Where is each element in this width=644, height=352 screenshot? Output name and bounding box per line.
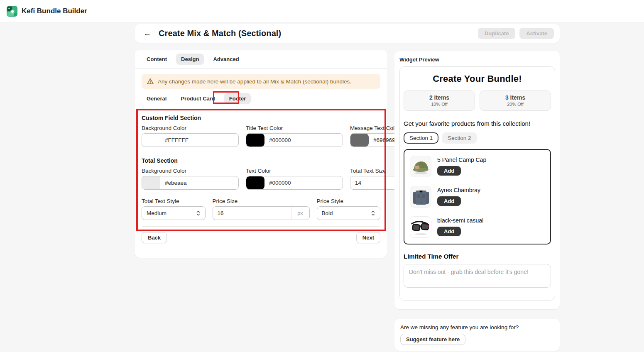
bundle-tiers: 2 Items 10% Off 3 Items 20% Off: [404, 90, 551, 111]
product-row-chambray: Ayres Chambray Add: [410, 186, 545, 208]
color-swatch[interactable]: [246, 176, 264, 189]
subtab-footer[interactable]: Footer: [224, 93, 251, 104]
color-swatch[interactable]: [350, 134, 369, 147]
editor-tabs: Content Design Advanced: [135, 50, 387, 69]
field-label: Background Color: [142, 125, 239, 131]
tier-items-label: 2 Items: [404, 94, 475, 101]
field-label: Text Color: [246, 168, 343, 174]
total-text-style-select[interactable]: Medium: [142, 206, 206, 220]
field-total-bg-color: Background Color: [142, 168, 239, 190]
section-1-tab[interactable]: Section 1: [404, 132, 438, 144]
add-button[interactable]: Add: [437, 166, 461, 176]
wizard-nav: Back Next: [135, 227, 387, 243]
field-total-text-color: Text Color: [246, 168, 343, 190]
duplicate-button[interactable]: Duplicate: [478, 28, 516, 39]
color-swatch[interactable]: [142, 134, 160, 147]
title-text-color-input[interactable]: [246, 133, 343, 147]
size-value-field[interactable]: [213, 210, 291, 216]
field-label: Price Size: [213, 198, 310, 204]
price-size-input[interactable]: px: [213, 206, 310, 220]
footer-settings-form: Custom Field Section Background Color Ti…: [135, 115, 387, 227]
select-value: Medium: [147, 210, 167, 216]
add-button[interactable]: Add: [437, 196, 461, 206]
product-info: 5 Panel Camp Cap Add: [437, 156, 486, 177]
tier-3-items[interactable]: 3 Items 20% Off: [480, 90, 551, 111]
header-actions: Duplicate Activate: [478, 28, 554, 39]
suggest-feature-button[interactable]: Suggest feature here: [400, 334, 465, 345]
add-button[interactable]: Add: [437, 227, 461, 236]
limited-time-offer-label: Limited Time Offer: [404, 253, 551, 260]
widget-preview-label: Widget Preview: [394, 51, 560, 63]
widget-preview: Create Your Bundle! 2 Items 10% Off 3 It…: [399, 66, 555, 301]
page-header: ← Create Mix & Match (Sectional) Duplica…: [135, 24, 560, 43]
product-image-sunglasses: [410, 216, 431, 238]
px-suffix: px: [291, 207, 309, 220]
product-info: Ayres Chambray Add: [437, 186, 480, 208]
warning-banner: Any changes made here will be applied to…: [142, 74, 380, 89]
field-label: Title Text Color: [246, 125, 343, 131]
tier-discount-label: 20% Off: [480, 102, 551, 107]
color-hex-field[interactable]: [264, 180, 343, 186]
editor-panel: Content Design Advanced Any changes made…: [135, 50, 387, 258]
activate-button[interactable]: Activate: [519, 28, 554, 39]
product-image-cap: [410, 156, 431, 177]
custom-field-section-heading: Custom Field Section: [142, 115, 380, 121]
product-row-cap: 5 Panel Camp Cap Add: [410, 156, 545, 177]
page-title: Create Mix & Match (Sectional): [159, 29, 281, 38]
tab-design[interactable]: Design: [176, 54, 204, 65]
total-bg-color-input[interactable]: [142, 176, 239, 190]
color-hex-field[interactable]: [160, 137, 238, 143]
collection-text: Get your favorite products from this col…: [404, 120, 551, 127]
product-image-chambray: [410, 186, 431, 208]
field-label: Price Style: [317, 198, 381, 204]
product-info: black-semi casual Add: [437, 216, 483, 238]
total-text-color-input[interactable]: [246, 176, 343, 190]
subtab-general[interactable]: General: [142, 93, 171, 104]
next-button[interactable]: Next: [356, 232, 380, 243]
field-label: Total Text Style: [142, 198, 206, 204]
total-section-heading: Total Section: [142, 157, 380, 164]
select-stepper-icon: [370, 210, 376, 216]
color-swatch[interactable]: [142, 176, 160, 189]
widget-preview-panel: Widget Preview Create Your Bundle! 2 Ite…: [394, 51, 560, 309]
back-button[interactable]: Back: [142, 232, 167, 243]
tier-items-label: 3 Items: [480, 94, 551, 101]
feedback-panel: Are we missing any feature you are looki…: [394, 319, 560, 351]
color-hex-field[interactable]: [264, 137, 343, 143]
widget-heading: Create Your Bundle!: [404, 73, 551, 84]
tab-advanced[interactable]: Advanced: [208, 54, 244, 65]
select-stepper-icon: [196, 210, 201, 216]
tier-2-items[interactable]: 2 Items 10% Off: [404, 90, 475, 111]
select-value: Bold: [322, 210, 333, 216]
color-hex-field[interactable]: [160, 180, 238, 186]
subtab-product-card[interactable]: Product Card: [176, 93, 220, 104]
top-bar: Kefi Bundle Builder: [0, 0, 644, 23]
product-name: Ayres Chambray: [437, 186, 480, 193]
field-title-text-color: Title Text Color: [246, 125, 343, 147]
product-list: 5 Panel Camp Cap Add: [404, 149, 551, 244]
custom-bg-color-input[interactable]: [142, 133, 239, 147]
warning-triangle-icon: [147, 78, 154, 85]
design-subtabs: General Product Card Footer: [135, 89, 387, 104]
app-logo-icon: [7, 6, 17, 17]
product-name: 5 Panel Camp Cap: [437, 156, 486, 163]
tab-content[interactable]: Content: [142, 54, 172, 65]
field-price-style: Price Style Bold: [317, 198, 381, 220]
back-arrow-icon[interactable]: ←: [141, 29, 154, 38]
tier-discount-label: 10% Off: [404, 102, 475, 107]
price-style-select[interactable]: Bold: [317, 206, 381, 220]
field-price-size: Price Size px: [213, 198, 310, 220]
product-row-sunglasses: black-semi casual Add: [410, 216, 545, 238]
section-tabs: Section 1 Section 2: [404, 132, 551, 144]
offer-message-input[interactable]: [404, 264, 551, 288]
warning-text: Any changes made here will be applied to…: [158, 78, 351, 85]
product-name: black-semi casual: [437, 216, 483, 224]
field-total-text-style: Total Text Style Medium: [142, 198, 206, 220]
color-swatch[interactable]: [246, 134, 264, 147]
field-custom-bg-color: Background Color: [142, 125, 239, 147]
feedback-question: Are we missing any feature you are looki…: [400, 324, 554, 330]
app-title: Kefi Bundle Builder: [22, 7, 87, 15]
field-label: Background Color: [142, 168, 239, 174]
section-2-tab[interactable]: Section 2: [442, 132, 477, 144]
